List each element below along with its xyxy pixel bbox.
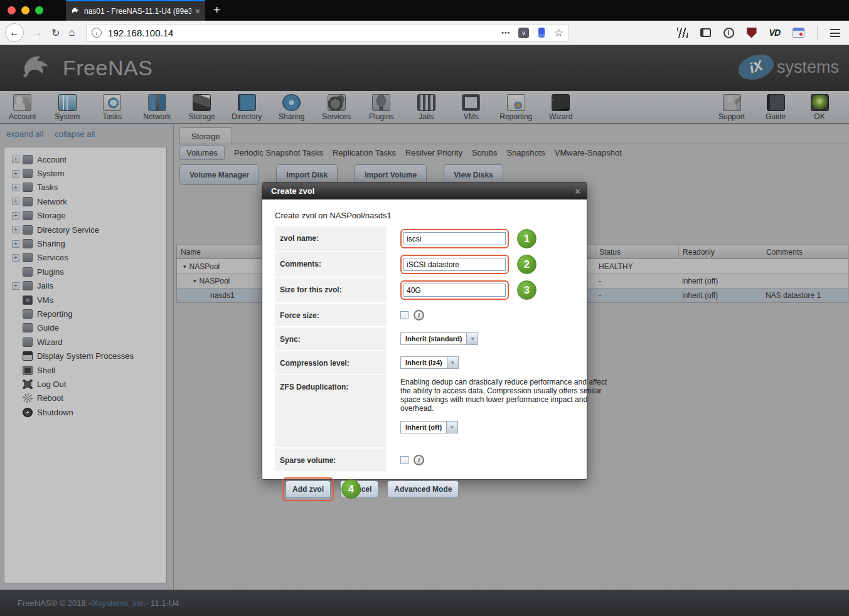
sidebars-icon[interactable]: [700, 28, 711, 37]
macos-minimize-button[interactable]: [21, 6, 29, 14]
dedup-select[interactable]: Inherit (off) ▼: [400, 421, 458, 433]
url-bar[interactable]: i 192.168.100.14 ⋯ ∨ ☆: [86, 24, 569, 42]
advanced-mode-button[interactable]: Advanced Mode: [387, 481, 459, 498]
library-icon[interactable]: [677, 28, 688, 38]
dedup-help-text: Enabling dedup can drastically reduce pe…: [400, 378, 609, 413]
forward-button[interactable]: →: [33, 27, 43, 38]
dropdown-arrow-icon[interactable]: ▼: [447, 356, 459, 369]
zvol-name-input[interactable]: [403, 232, 506, 245]
step4-highlight: Add zvol: [282, 477, 334, 501]
dropdown-arrow-icon[interactable]: ▼: [447, 421, 458, 433]
screenshot-extension-icon[interactable]: [793, 28, 804, 38]
compression-select[interactable]: Inherit (lz4) ▼: [400, 356, 459, 369]
step-4-badge: 4: [341, 479, 361, 499]
toolbar-divider: [817, 26, 818, 40]
size-row: Size for this zvol: 3: [275, 278, 587, 302]
dropdown-arrow-icon[interactable]: ▼: [467, 332, 478, 345]
step-2-badge: 2: [517, 255, 537, 274]
reader-mode-icon[interactable]: [537, 28, 547, 38]
site-info-icon[interactable]: i: [92, 28, 102, 38]
step-3-badge: 3: [517, 280, 537, 300]
step1-highlight: [400, 229, 509, 248]
sparse-row: Sparse volume: i: [275, 449, 587, 471]
menu-hamburger-icon[interactable]: [830, 29, 840, 37]
comments-input[interactable]: [403, 258, 506, 271]
dialog-close-icon[interactable]: ×: [575, 186, 580, 196]
dialog-subtitle: Create zvol on NASPool/nasds1: [275, 211, 587, 220]
back-button[interactable]: ←: [5, 23, 24, 42]
step2-highlight: [400, 255, 509, 274]
dialog-title-bar[interactable]: Create zvol ×: [262, 183, 587, 199]
size-input[interactable]: [403, 284, 506, 297]
sparse-volume-info-icon[interactable]: i: [414, 455, 424, 465]
freenas-favicon-icon: [71, 6, 80, 16]
new-tab-button[interactable]: +: [213, 4, 220, 16]
dialog-title: Create zvol: [271, 186, 575, 196]
force-size-info-icon[interactable]: i: [414, 310, 424, 321]
ublock-shield-icon[interactable]: [747, 28, 757, 38]
macos-zoom-button[interactable]: [35, 6, 43, 14]
bookmark-star-icon[interactable]: ☆: [554, 26, 563, 40]
compression-row: Compression level: Inherit (lz4) ▼: [275, 351, 587, 374]
macos-close-button[interactable]: [8, 6, 16, 14]
page-actions-icon[interactable]: ⋯: [501, 28, 511, 38]
url-text[interactable]: 192.168.100.14: [108, 28, 501, 38]
pocket-icon[interactable]: ∨: [518, 28, 529, 38]
sync-row: Sync: Inherit (standard) ▼: [275, 327, 587, 350]
vd-extension-icon[interactable]: VD: [769, 28, 780, 38]
browser-window: nas01 - FreeNAS-11.1-U4 (89e3 × + ← → ↻ …: [0, 0, 849, 616]
sync-select[interactable]: Inherit (standard) ▼: [400, 332, 478, 345]
add-zvol-button[interactable]: Add zvol: [286, 481, 331, 498]
browser-tab[interactable]: nas01 - FreeNAS-11.1-U4 (89e3 ×: [66, 0, 205, 21]
create-zvol-dialog: Create zvol × Create zvol on NASPool/nas…: [262, 182, 587, 480]
comments-row: Comments: 2: [275, 252, 587, 277]
tab-title: nas01 - FreeNAS-11.1-U4 (89e3: [84, 7, 191, 16]
sparse-volume-checkbox[interactable]: [400, 456, 408, 464]
browser-tab-bar: nas01 - FreeNAS-11.1-U4 (89e3 × +: [0, 0, 849, 21]
tab-close-icon[interactable]: ×: [195, 6, 200, 16]
force-size-checkbox[interactable]: [400, 311, 408, 319]
home-button[interactable]: ⌂: [68, 27, 75, 38]
info-toolbar-icon[interactable]: i: [724, 28, 734, 38]
step-1-badge: 1: [517, 229, 537, 248]
force-size-row: Force size: i: [275, 304, 587, 326]
dedup-row: ZFS Deduplication: Enabling dedup can dr…: [275, 375, 587, 447]
browser-nav-bar: ← → ↻ ⌂ i 192.168.100.14 ⋯ ∨ ☆ i VD: [0, 21, 849, 45]
reload-button[interactable]: ↻: [51, 27, 60, 39]
step3-highlight: [400, 280, 509, 300]
zvol-name-row: zvol name: 1: [275, 226, 587, 251]
